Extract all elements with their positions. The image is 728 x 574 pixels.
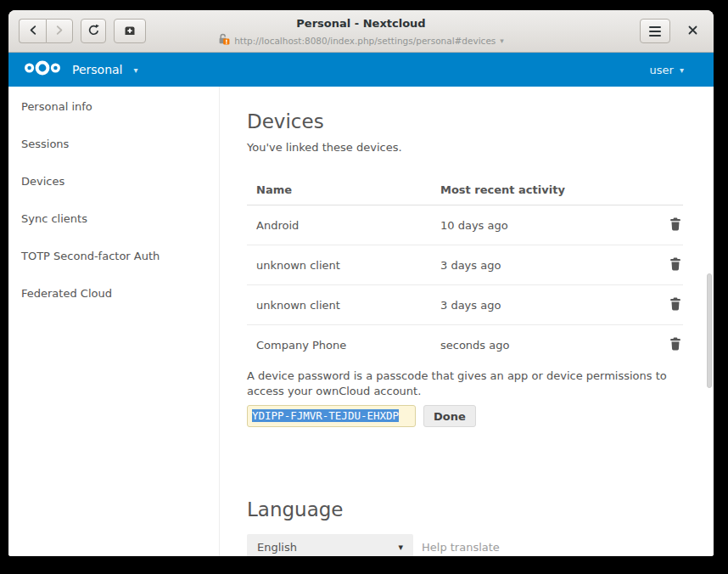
- new-tab-icon: [124, 25, 136, 38]
- nextcloud-logo-icon: [24, 60, 61, 79]
- sidebar-item-sessions[interactable]: Sessions: [8, 126, 219, 163]
- done-button[interactable]: Done: [423, 405, 476, 427]
- device-activity: 3 days ago: [431, 245, 641, 285]
- device-activity: 10 days ago: [431, 205, 641, 245]
- device-activity: seconds ago: [431, 325, 641, 365]
- table-row: unknown client 3 days ago: [247, 245, 683, 285]
- browser-window: Personal - Nextcloud http://localhost:80…: [8, 10, 714, 556]
- column-header-name: Name: [247, 174, 431, 205]
- trash-icon: [669, 340, 681, 353]
- sidebar-item-personal-info[interactable]: Personal info: [8, 88, 219, 126]
- devices-table-header-row: Name Most recent activity: [247, 174, 683, 205]
- url-dropdown-caret-icon: ▾: [500, 37, 504, 45]
- language-title: Language: [247, 498, 714, 521]
- url-text: http://localhost:8080/index.php/settings…: [234, 36, 496, 46]
- devices-table: Name Most recent activity Android 10 day…: [247, 174, 683, 364]
- device-name: unknown client: [247, 285, 431, 325]
- column-header-activity: Most recent activity: [431, 174, 641, 205]
- table-row: Android 10 days ago: [247, 205, 683, 245]
- forward-arrow-icon: [54, 25, 64, 38]
- devices-section: Devices You've linked these devices. Nam…: [247, 110, 714, 427]
- language-selected-value: English: [257, 541, 297, 554]
- trash-icon: [669, 261, 681, 273]
- device-name: Android: [247, 205, 431, 245]
- sidebar-item-federated-cloud[interactable]: Federated Cloud: [8, 275, 219, 312]
- titlebar-title-area: Personal - Nextcloud http://localhost:80…: [166, 16, 557, 48]
- app-menu-label: Personal: [72, 63, 123, 76]
- device-password-row: YDIPP-FJMVR-TEJDU-EHXDP Done: [247, 405, 714, 427]
- back-arrow-icon: [28, 25, 38, 38]
- new-tab-button[interactable]: [114, 19, 146, 43]
- insecure-lock-icon: [218, 32, 230, 48]
- close-icon: [688, 25, 697, 37]
- app-menu-caret-icon: ▾: [134, 65, 138, 75]
- url-display[interactable]: http://localhost:8080/index.php/settings…: [218, 32, 504, 48]
- sidebar-item-devices[interactable]: Devices: [8, 163, 219, 200]
- delete-device-button[interactable]: [668, 295, 683, 312]
- user-menu-caret-icon: ▾: [680, 65, 684, 75]
- forward-button[interactable]: [46, 19, 73, 43]
- device-password-value: YDIPP-FJMVR-TEJDU-EHXDP: [252, 409, 399, 422]
- table-row: unknown client 3 days ago: [247, 285, 683, 325]
- user-menu-label: user: [650, 64, 674, 76]
- user-menu[interactable]: user ▾: [650, 64, 684, 76]
- delete-device-button[interactable]: [668, 216, 683, 233]
- device-name: unknown client: [247, 245, 431, 285]
- device-name: Company Phone: [247, 325, 431, 365]
- sidebar-item-totp[interactable]: TOTP Second-factor Auth: [8, 238, 219, 275]
- reload-button[interactable]: [81, 19, 106, 43]
- desktop-background: Personal - Nextcloud http://localhost:80…: [0, 0, 728, 574]
- device-password-input[interactable]: YDIPP-FJMVR-TEJDU-EHXDP: [247, 405, 416, 427]
- language-row: English ▾ Help translate: [247, 534, 714, 556]
- trash-icon: [669, 301, 681, 313]
- back-button[interactable]: [19, 19, 46, 43]
- nav-button-group: [19, 19, 146, 43]
- select-caret-icon: ▾: [398, 542, 403, 553]
- devices-title: Devices: [247, 110, 714, 133]
- device-password-hint: A device password is a passcode that giv…: [247, 369, 675, 398]
- hamburger-icon: [649, 26, 661, 37]
- help-translate-link[interactable]: Help translate: [422, 541, 500, 554]
- window-title: Personal - Nextcloud: [296, 16, 425, 31]
- column-header-actions: [641, 174, 683, 205]
- settings-content: Devices You've linked these devices. Nam…: [220, 87, 714, 556]
- delete-device-button[interactable]: [668, 256, 683, 273]
- app-menu[interactable]: Personal ▾: [24, 60, 138, 79]
- reload-icon: [87, 24, 100, 39]
- menu-button[interactable]: [640, 19, 670, 43]
- sidebar-item-sync-clients[interactable]: Sync clients: [8, 200, 219, 238]
- settings-page: Personal info Sessions Devices Sync clie…: [8, 87, 714, 556]
- delete-device-button[interactable]: [668, 335, 683, 352]
- device-activity: 3 days ago: [431, 285, 641, 325]
- nextcloud-header: Personal ▾ user ▾: [8, 53, 714, 87]
- trash-icon: [669, 221, 681, 234]
- scrollbar-thumb[interactable]: [707, 273, 712, 388]
- close-window-button[interactable]: [681, 19, 703, 43]
- language-section: Language English ▾ Help translate: [247, 498, 714, 556]
- table-row: Company Phone seconds ago: [247, 325, 683, 365]
- language-select[interactable]: English ▾: [247, 534, 413, 556]
- browser-titlebar: Personal - Nextcloud http://localhost:80…: [8, 10, 714, 53]
- devices-subtitle: You've linked these devices.: [247, 141, 714, 154]
- settings-sidebar: Personal info Sessions Devices Sync clie…: [8, 87, 220, 556]
- titlebar-right-controls: [640, 19, 703, 43]
